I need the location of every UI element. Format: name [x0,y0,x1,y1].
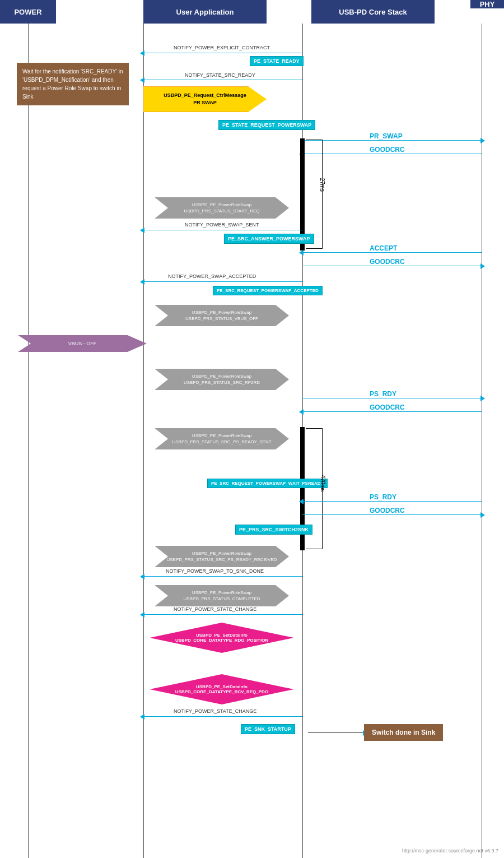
chevron-prs-src-ps-ready-sent: USBPD_PE_PowerRoleSwap USBPD_FRS_STATUS_… [155,428,289,449]
arrow-accept [302,252,482,253]
accept-text: ACCEPT [370,244,397,252]
ps-rdy2-text: PS_RDY [370,493,396,501]
notify-explicit-label: NOTIFY_POWER_EXPLICIT_CONTRACT [174,45,270,50]
bracket-27ms-label: 27ms [319,178,325,192]
goodcrc2-text: GOODCRC [370,258,405,266]
arrow-notify-swap-sent [143,230,302,230]
notify-swap-accepted-label: NOTIFY_POWER_SWAP_ACCEPTED [168,273,256,279]
bracket-470ms-label: 470ms [320,475,326,492]
pe-prs-src-switch2snk: PE_PRS_SRC_SWITCH2SNK [235,525,312,535]
chevron-prs-src-rp2rd: USBPD_PE_PowerRoleSwap USBPD_PRS_STATUS_… [155,369,289,390]
chevron-prs-completed: USBPD_PE_PowerRoleSwap USBPD_FRS_STATUS_… [155,585,289,606]
notify-swap-to-snk-done-label: NOTIFY_POWER_SWAP_TO_SNK_DONE [166,568,264,574]
arrow-to-switch-done [308,732,364,733]
goodcrc4-text: GOODCRC [370,507,405,514]
arrow-notify-src-ready [143,80,302,80]
vbus-off-label: VBUS - OFF [68,341,97,346]
diamond-rcv-req-pdo: USBPD_PE_SetDataInfo USBPD_CORE_DATATYPE… [143,674,300,705]
lifeline-power [28,24,29,858]
header-user: User Application [143,0,267,24]
header: POWER User Application USB-PD Core Stack… [0,0,504,24]
arrow-ps-rdy2 [302,501,482,502]
header-phy: PHY [470,0,504,8]
lifeline-phy [482,24,482,858]
arrow-notify-power-state-change1 [143,614,302,615]
notify-power-state-change1-label: NOTIFY_POWER_STATE_CHANGE [174,606,256,612]
notify-swap-sent-label: NOTIFY_POWER_SWAP_SENT [185,222,259,228]
footer: http://msc-generator.sourceforge.net v6.… [402,848,498,854]
arrow-notify-swap-accepted [143,281,302,282]
arrow-goodcrc1 [302,154,482,154]
header-usbpd: USB-PD Core Stack [311,0,435,24]
pe-src-answer-powerswap: PE_SRC_ANSWER_POWERSWAP [224,234,314,244]
lifeline-user [143,24,144,858]
user-label: User Application [176,8,234,16]
arrow-goodcrc3 [302,411,482,412]
bracket-27ms [306,140,323,249]
usbpd-pe-request-box: USBPD_PE_Request_CtrlMessage PR SWAP [143,86,267,112]
note-box: Wait for the notification 'SRC_READY' in… [17,63,129,105]
vbus-off-box: VBUS - OFF [18,335,147,352]
chevron-prs-vbus-off: USBPD_PE_PowerRoleSwap USBPD_PRS_STATUS_… [155,305,289,326]
arrow-ps-rdy1 [302,398,482,398]
arrow-goodcrc4 [302,514,482,515]
phy-label: PHY [480,0,495,8]
pr-swap-label: PR SWAP [193,99,217,106]
pr-swap-text: PR_SWAP [370,132,403,140]
diagram: Wait for the notification 'SRC_READY' in… [0,24,504,858]
pe-snk-startup: PE_SNK_STARTUP [241,724,295,734]
notify-power-state-change2-label: NOTIFY_POWER_STATE_CHANGE [174,708,256,714]
note-text: Wait for the notification 'SRC_READY' in… [22,68,123,100]
pe-state-request-powerswap: PE_STATE_REQUEST_POWERSWAP [218,120,315,130]
arrow-pr-swap [302,140,482,141]
goodcrc3-text: GOODCRC [370,404,405,411]
chevron-prs-start-req: USBPD_PE_PowerRoleSwap USBPD_PRS_STATUS_… [155,197,289,219]
pe-src-request-powerswap-accepted: PE_SRC_REQUEST_POWERSWAP_ACCEPTED [213,286,323,295]
usbpd-pe-request-line1: USBPD_PE_Request_CtrlMessage [164,92,246,99]
header-power: POWER [0,0,56,24]
arrow-goodcrc2 [302,266,482,266]
arrow-notify-explicit [143,53,302,53]
switch-done-box: Switch done in Sink [364,724,443,741]
switch-done-label: Switch done in Sink [372,729,435,736]
notify-src-ready-label: NOTIFY_STATE_SRC_READY [185,72,255,78]
chevron-prs-src-ps-rcv: USBPD_PE_PowerRoleSwap USBPD_PRS_STATUS_… [155,546,289,567]
arrow-notify-swap-to-snk-done [143,576,302,577]
goodcrc1-text: GOODCRC [370,146,405,154]
power-label: POWER [14,8,41,16]
usbpd-label: USB-PD Core Stack [339,8,407,16]
diamond-rdo-position: USBPD_PE_SetDataInfo USBPD_CORE_DATATYPE… [143,622,300,653]
arrow-notify-power-state-change2 [143,716,302,717]
ps-rdy1-text: PS_RDY [370,390,396,398]
pe-state-ready: PE_STATE_READY [250,56,304,66]
